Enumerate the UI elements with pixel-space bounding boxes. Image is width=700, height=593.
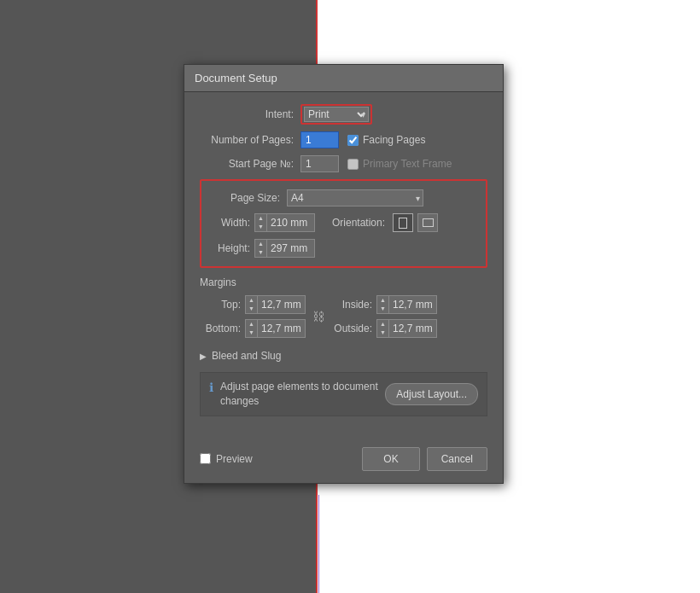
outside-spinner[interactable]: ▲ ▼ [376, 319, 437, 338]
margins-left-col: Top: ▲ ▼ Bottom: ▲ [200, 295, 306, 338]
preview-checkbox[interactable] [200, 453, 211, 464]
height-group: Height: ▲ ▼ [212, 239, 315, 258]
link-icon[interactable]: ⛓ [312, 310, 324, 323]
page-size-section: Page Size: A4 A3 A5 Letter Custom Width: [200, 179, 487, 268]
outside-spinner-buttons[interactable]: ▲ ▼ [377, 320, 389, 337]
inside-label: Inside: [331, 299, 372, 311]
bottom-spin-up[interactable]: ▲ [246, 320, 257, 328]
dialog-title-text: Document Setup [195, 72, 277, 84]
intent-label: Intent: [200, 108, 294, 120]
landscape-icon [423, 218, 434, 227]
bleed-and-slug-row[interactable]: ▶ Bleed and Slug [200, 346, 487, 365]
inside-input[interactable] [389, 297, 436, 312]
height-spinner[interactable]: ▲ ▼ [254, 239, 315, 258]
page-size-label: Page Size: [212, 192, 280, 204]
bleed-label: Bleed and Slug [212, 350, 281, 362]
width-input[interactable] [267, 215, 314, 230]
width-label: Width: [212, 217, 250, 229]
bleed-chevron-icon: ▶ [200, 352, 207, 361]
start-page-row: Start Page №: Primary Text Frame [200, 155, 487, 172]
facing-pages-label: Facing Pages [363, 134, 425, 146]
top-margin-row: Top: ▲ ▼ [200, 295, 306, 314]
dialog-title-bar: Document Setup [184, 65, 503, 92]
bottom-spinner[interactable]: ▲ ▼ [245, 319, 306, 338]
outside-spin-down[interactable]: ▼ [377, 328, 388, 337]
primary-text-label: Primary Text Frame [363, 158, 452, 170]
inside-spin-up[interactable]: ▲ [377, 296, 388, 305]
adjust-layout-button[interactable]: Adjust Layout... [385, 383, 478, 405]
facing-pages-group: Facing Pages [347, 134, 425, 146]
start-page-input[interactable] [300, 155, 339, 172]
facing-pages-checkbox[interactable] [347, 135, 359, 146]
outside-input[interactable] [389, 321, 436, 336]
ok-button[interactable]: OK [362, 447, 419, 471]
bottom-spinner-buttons[interactable]: ▲ ▼ [246, 320, 258, 337]
intent-select[interactable]: Print Web Mobile [304, 107, 369, 122]
intent-red-border: Print Web Mobile [300, 104, 372, 125]
page-size-select[interactable]: A4 A3 A5 Letter Custom [287, 189, 423, 206]
width-spin-down[interactable]: ▼ [255, 223, 266, 231]
outside-margin-row: Outside: ▲ ▼ [331, 319, 437, 338]
top-spinner[interactable]: ▲ ▼ [245, 295, 306, 314]
width-group: Width: ▲ ▼ [212, 213, 315, 232]
inside-spin-down[interactable]: ▼ [377, 305, 388, 313]
top-spin-down[interactable]: ▼ [246, 305, 257, 313]
num-pages-input[interactable] [300, 131, 339, 148]
dialog-footer: Preview OK Cancel [184, 440, 503, 483]
margins-title: Margins [200, 276, 487, 288]
page-size-select-wrapper[interactable]: A4 A3 A5 Letter Custom [287, 189, 423, 206]
vertical-purple-line [318, 495, 319, 593]
margins-right-col: Inside: ▲ ▼ Outside: [331, 295, 437, 338]
width-spinner-buttons[interactable]: ▲ ▼ [255, 214, 267, 231]
height-spin-up[interactable]: ▲ [255, 240, 266, 248]
preview-group: Preview [200, 453, 253, 465]
orientation-group: Orientation: [332, 213, 438, 232]
bottom-margin-row: Bottom: ▲ ▼ [200, 319, 306, 338]
height-input[interactable] [267, 241, 314, 256]
height-label: Height: [212, 242, 250, 254]
num-pages-row: Number of Pages: Facing Pages [200, 131, 487, 148]
footer-buttons: OK Cancel [362, 447, 487, 471]
info-section: ℹ Adjust page elements to document chang… [200, 372, 487, 416]
height-spin-down[interactable]: ▼ [255, 248, 266, 257]
dialog-body: Intent: Print Web Mobile Number of Pages… [184, 92, 503, 440]
outside-spin-up[interactable]: ▲ [377, 320, 388, 328]
page-size-row: Page Size: A4 A3 A5 Letter Custom [212, 189, 475, 206]
document-setup-dialog: Document Setup Intent: Print Web Mobile … [184, 64, 504, 484]
primary-text-group: Primary Text Frame [347, 158, 452, 170]
inside-margin-row: Inside: ▲ ▼ [331, 295, 437, 314]
top-spin-up[interactable]: ▲ [246, 296, 257, 305]
height-row: Height: ▲ ▼ [212, 239, 475, 258]
landscape-button[interactable] [417, 213, 438, 232]
portrait-button[interactable] [393, 213, 413, 232]
margins-section: Margins Top: ▲ ▼ [200, 276, 487, 338]
top-input[interactable] [258, 297, 305, 312]
width-spin-up[interactable]: ▲ [255, 214, 266, 223]
orientation-label: Orientation: [332, 217, 385, 229]
margins-grid: Top: ▲ ▼ Bottom: ▲ [200, 295, 487, 338]
height-spinner-buttons[interactable]: ▲ ▼ [255, 240, 267, 257]
bottom-label: Bottom: [200, 323, 241, 334]
bottom-input[interactable] [258, 321, 305, 336]
info-text: Adjust page elements to document changes [220, 380, 378, 409]
width-spinner[interactable]: ▲ ▼ [254, 213, 315, 232]
info-icon: ℹ [209, 381, 213, 394]
top-label: Top: [200, 299, 241, 311]
inside-spinner-buttons[interactable]: ▲ ▼ [377, 296, 389, 313]
bottom-spin-down[interactable]: ▼ [246, 328, 257, 337]
intent-row: Intent: Print Web Mobile [200, 104, 487, 125]
cancel-button[interactable]: Cancel [427, 447, 487, 471]
preview-label: Preview [216, 453, 253, 465]
portrait-icon [399, 218, 407, 229]
inside-spinner[interactable]: ▲ ▼ [376, 295, 437, 314]
start-page-label: Start Page №: [200, 158, 294, 170]
intent-select-wrapper[interactable]: Print Web Mobile [304, 107, 369, 122]
top-spinner-buttons[interactable]: ▲ ▼ [246, 296, 258, 313]
primary-text-checkbox[interactable] [347, 159, 359, 170]
dims-row: Width: ▲ ▼ Orientation: [212, 213, 475, 232]
num-pages-label: Number of Pages: [200, 134, 294, 146]
outside-label: Outside: [331, 323, 372, 334]
